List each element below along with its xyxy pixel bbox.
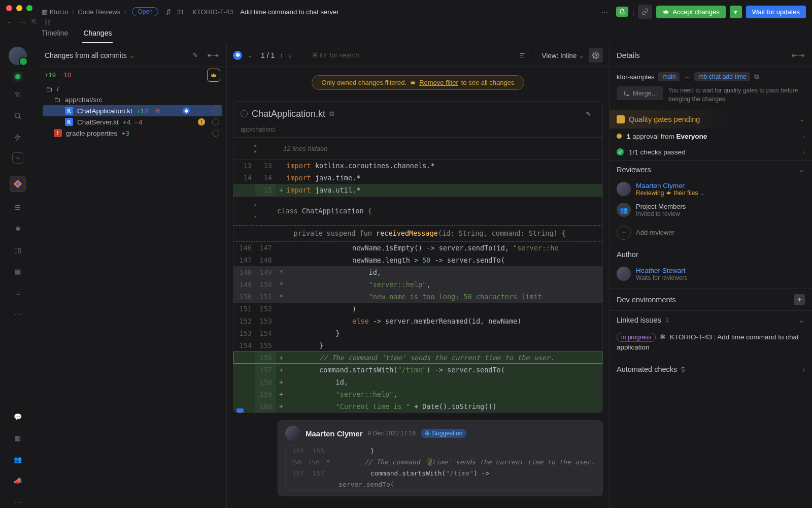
- nav-back-icon[interactable]: ←: [6, 18, 13, 26]
- linked-issue-row[interactable]: in progress ✱ KTORIO-T-43 | Add time com…: [610, 329, 812, 360]
- rail-docs-icon[interactable]: ▤: [12, 265, 24, 277]
- tree-file-row[interactable]: K ChatApplication.kt +12 −6 ✱: [43, 105, 222, 116]
- commenter-name[interactable]: Maarten Clymer: [306, 429, 363, 438]
- changes-scope-dropdown[interactable]: Changes from all commits ⌄: [45, 51, 135, 59]
- rail-chat-icon[interactable]: 💬: [12, 410, 24, 423]
- file-read-ring[interactable]: [212, 107, 219, 114]
- reviewer-row[interactable]: Maarten Clymer Reviewing their files ⌄: [610, 179, 812, 200]
- add-icon[interactable]: ＋: [12, 152, 23, 164]
- add-dev-env-button[interactable]: ＋: [794, 294, 805, 305]
- collapse-icon[interactable]: ⇤⇥: [206, 48, 220, 62]
- add-reviewer-button[interactable]: ＋ Add reviewer: [610, 220, 812, 245]
- gear-icon[interactable]: [589, 48, 603, 62]
- tree-file-row[interactable]: ! gradle.properties +3: [43, 128, 222, 139]
- diff-settings-icon[interactable]: [515, 48, 529, 62]
- user-avatar[interactable]: [9, 47, 27, 65]
- source-branch-chip[interactable]: mb-chat-add-time: [694, 72, 750, 81]
- rail-overflow-icon[interactable]: ⋯: [12, 496, 24, 508]
- help-icon[interactable]: ?⃝: [12, 88, 24, 101]
- tree-root[interactable]: 🗀 /: [43, 84, 222, 94]
- diff-viewer: ✱ ⌄ 1 / 1 ↑ ↓ ⌘⇧F for search │ View: Inl…: [226, 44, 609, 508]
- properties-file-icon: !: [54, 129, 62, 137]
- filter-active-badge[interactable]: ✱: [233, 51, 242, 60]
- rail-apps-icon[interactable]: ▦: [12, 432, 24, 444]
- next-file-icon[interactable]: ↓: [288, 51, 292, 59]
- reviewer-row[interactable]: 👥 Project Members Invited to review: [610, 200, 812, 220]
- copy-branch-icon[interactable]: ⧉: [754, 73, 759, 81]
- close-window[interactable]: [6, 5, 12, 11]
- breadcrumb-project[interactable]: Ktor.io: [50, 8, 69, 16]
- breadcrumb-app-icon: ▦: [42, 8, 48, 16]
- file-counter: 1 / 1: [261, 51, 275, 59]
- repo-name[interactable]: ktor-samples: [617, 73, 654, 81]
- expand-fold[interactable]: ▴▾: [233, 199, 277, 223]
- wait-for-updates-button[interactable]: Wait for updates: [746, 6, 806, 18]
- tree-file-row[interactable]: K ChatServer.kt +4 −4 !: [43, 116, 222, 128]
- edit-icon[interactable]: ✎: [188, 48, 202, 62]
- view-mode-select[interactable]: View: Inline ⌄: [542, 51, 585, 59]
- link-icon[interactable]: [638, 5, 652, 19]
- details-title: Details: [617, 51, 640, 59]
- chevron-down-icon[interactable]: ⌄: [798, 316, 805, 324]
- dev-env-section-title: Dev environments: [617, 296, 676, 304]
- rail-star-icon[interactable]: ✱: [12, 223, 24, 235]
- expand-panel-icon[interactable]: ⇤⇥: [792, 51, 805, 60]
- pending-dot-icon: [617, 134, 622, 139]
- chevron-down-icon[interactable]: ⌄: [798, 166, 805, 174]
- approval-row[interactable]: 1 approval from Everyone ›: [610, 129, 812, 144]
- rail-list-icon[interactable]: ☰: [12, 201, 24, 213]
- more-menu-icon[interactable]: ⋯: [598, 5, 612, 19]
- search-icon[interactable]: [12, 110, 24, 122]
- commenter-avatar[interactable]: [285, 426, 300, 441]
- merge-request-number: 31: [177, 8, 184, 16]
- chevron-right-icon[interactable]: ›: [802, 365, 805, 373]
- search-hint[interactable]: ⌘⇧F for search: [312, 51, 359, 59]
- expand-fold[interactable]: ▴▾: [233, 142, 277, 155]
- svg-point-4: [624, 91, 625, 92]
- notifications-button[interactable]: [616, 7, 628, 17]
- kotlin-file-icon: K: [65, 107, 73, 115]
- prev-file-icon[interactable]: ↑: [280, 51, 283, 59]
- file-read-toggle[interactable]: [241, 110, 248, 117]
- accept-changes-button[interactable]: Accept changes: [656, 6, 726, 18]
- rail-board-icon[interactable]: ▯▯: [12, 244, 24, 256]
- file-read-ring[interactable]: [212, 118, 219, 125]
- checks-row[interactable]: ✓ 1/1 checks passed ›: [610, 144, 812, 160]
- kotlin-file-icon: K: [65, 118, 73, 126]
- svg-point-5: [627, 94, 628, 96]
- ticket-id[interactable]: KTORIO-T-43: [192, 8, 233, 16]
- rail-team-icon[interactable]: 👥: [12, 453, 24, 465]
- reviewers-section-title: Reviewers: [617, 166, 651, 174]
- crown-icon: [410, 79, 416, 86]
- automation-icon[interactable]: [12, 131, 24, 143]
- owner-filter-badge[interactable]: [207, 69, 220, 82]
- remove-filter-link[interactable]: Remove filter: [419, 79, 458, 86]
- check-pass-icon: ✓: [617, 148, 624, 155]
- rail-more-icon[interactable]: ⋯: [12, 308, 24, 320]
- details-panel: Details ⇤⇥ ktor-samples main ← mb-chat-a…: [609, 44, 812, 508]
- reviewer-avatar: [617, 182, 631, 196]
- rail-announce-icon[interactable]: 📣: [12, 474, 24, 487]
- tab-changes[interactable]: Changes: [82, 24, 113, 43]
- breadcrumb-section[interactable]: Code Reviews: [78, 8, 120, 16]
- file-read-ring[interactable]: [212, 130, 219, 137]
- tab-timeline[interactable]: Timeline: [41, 24, 69, 43]
- tree-folder[interactable]: 🗀 app/chat/src: [43, 94, 222, 105]
- quality-gates-section[interactable]: Quality gates pending ⌄: [610, 110, 812, 129]
- merge-button[interactable]: Merge...: [617, 86, 663, 100]
- activity-indicator[interactable]: [15, 74, 20, 79]
- nav-forward-icon[interactable]: →: [20, 18, 26, 26]
- maximize-window[interactable]: [26, 5, 32, 11]
- open-file-icon[interactable]: ⧉: [329, 110, 334, 118]
- comment-count-badge[interactable]: 1: [236, 408, 244, 413]
- edit-file-icon[interactable]: ✎: [581, 107, 595, 121]
- author-row[interactable]: Heather Stewart Waits for reviewers: [610, 264, 812, 284]
- author-avatar: [617, 267, 631, 281]
- rail-push-icon[interactable]: ⊥: [12, 287, 24, 299]
- folder-icon: 🗀: [54, 96, 61, 104]
- base-branch-chip[interactable]: main: [658, 72, 680, 81]
- diff-summary: +19 −10: [39, 67, 77, 83]
- product-logo[interactable]: [10, 176, 26, 192]
- minimize-window[interactable]: [16, 5, 22, 11]
- accept-changes-split-button[interactable]: ▾: [730, 6, 742, 18]
